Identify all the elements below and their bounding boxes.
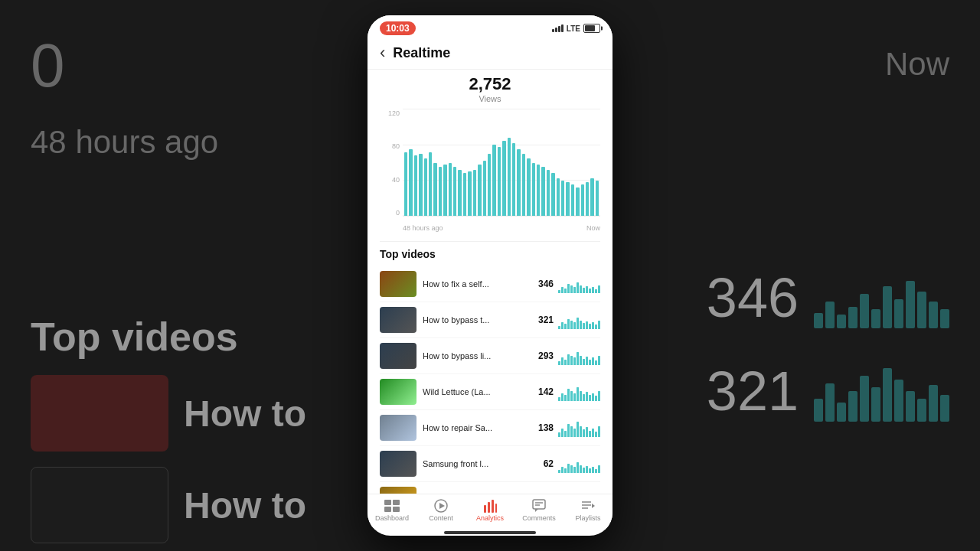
- signal-bar-1: [552, 29, 554, 32]
- signal-bars: [552, 24, 564, 32]
- svg-rect-12: [595, 289, 597, 293]
- svg-rect-120: [492, 500, 494, 513]
- chart-bar-22: [512, 143, 515, 216]
- svg-marker-129: [592, 504, 595, 508]
- video-row-0[interactable]: How to fix a self... 346: [380, 266, 600, 302]
- home-indicator: [444, 531, 536, 534]
- video-count-1: 321: [529, 315, 554, 325]
- bg-left: 0 48 hours ago Top videos How to How to …: [0, 0, 368, 551]
- svg-rect-55: [598, 391, 600, 401]
- video-row-6[interactable]: Brazing or solde... 62: [380, 482, 600, 494]
- bottom-nav: Dashboard Content Analytics: [368, 494, 612, 528]
- svg-rect-60: [570, 426, 573, 437]
- bg-title-2: How to: [184, 484, 306, 527]
- chart-bar-21: [508, 138, 511, 216]
- svg-rect-23: [586, 321, 588, 329]
- svg-rect-25: [592, 322, 594, 329]
- svg-rect-7: [580, 285, 582, 293]
- divider: [380, 241, 600, 242]
- svg-rect-59: [567, 424, 570, 437]
- bg-stat-346: 346: [707, 266, 799, 329]
- video-row-2[interactable]: How to bypass li... 293: [380, 338, 600, 374]
- x-label-start: 48 hours ago: [403, 224, 443, 232]
- nav-comments-label: Comments: [522, 514, 556, 522]
- svg-rect-83: [598, 465, 600, 473]
- chart-bar-17: [488, 154, 491, 216]
- back-button[interactable]: ‹: [380, 43, 385, 63]
- chart-bar-38: [590, 178, 593, 216]
- video-count-5: 62: [529, 458, 554, 469]
- svg-rect-69: [598, 426, 600, 437]
- svg-rect-112: [384, 500, 391, 505]
- chart-bar-2: [414, 155, 417, 216]
- bg-now: Now: [885, 46, 949, 83]
- svg-rect-61: [573, 429, 576, 437]
- svg-rect-58: [564, 431, 567, 437]
- bars-container: [403, 109, 600, 216]
- svg-rect-1: [561, 287, 564, 293]
- video-title-4: How to repair Sa...: [423, 423, 524, 432]
- video-title-0: How to fix a self...: [423, 279, 524, 289]
- nav-content[interactable]: Content: [416, 499, 466, 522]
- mini-chart-4: [558, 419, 600, 437]
- mini-chart-1: [558, 311, 600, 329]
- svg-rect-20: [577, 318, 579, 329]
- svg-rect-3: [567, 284, 570, 293]
- battery-fill: [585, 25, 595, 31]
- svg-rect-4: [570, 285, 573, 293]
- svg-rect-56: [558, 432, 560, 437]
- chart-bar-3: [419, 154, 422, 216]
- video-info-3: Wild Lettuce (La...: [423, 387, 524, 396]
- svg-rect-48: [577, 387, 579, 401]
- chart-wrapper: 120 80 40 0 48 hours ago: [380, 109, 600, 232]
- y-label-120: 120: [388, 109, 400, 117]
- chart-bar-15: [478, 165, 481, 216]
- chart-bar-25: [527, 158, 530, 216]
- bg-video-row-1: How to: [31, 375, 306, 452]
- y-label-0: 0: [396, 209, 400, 217]
- svg-rect-10: [589, 289, 591, 293]
- x-label-end: Now: [586, 224, 600, 232]
- video-row-3[interactable]: Wild Lettuce (La... 142: [380, 374, 600, 410]
- svg-rect-113: [393, 500, 400, 505]
- nav-dashboard[interactable]: Dashboard: [368, 499, 416, 522]
- app-header: ‹ Realtime: [368, 38, 612, 70]
- thumb-inner-2: [380, 343, 416, 369]
- nav-analytics[interactable]: Analytics: [466, 499, 514, 522]
- nav-playlists[interactable]: Playlists: [564, 499, 612, 522]
- chart-bar-10: [453, 167, 456, 216]
- svg-rect-2: [564, 289, 567, 293]
- dashboard-icon: [384, 499, 400, 513]
- svg-rect-119: [488, 502, 490, 513]
- nav-comments[interactable]: Comments: [514, 499, 564, 522]
- video-count-3: 142: [529, 386, 554, 397]
- chart-bar-9: [449, 163, 452, 217]
- video-row-1[interactable]: How to bypass t... 321: [380, 302, 600, 338]
- chart-bar-28: [541, 167, 544, 216]
- svg-rect-8: [583, 288, 585, 293]
- chart-bar-26: [532, 163, 535, 217]
- chart-inner: [403, 109, 600, 217]
- content-icon: [433, 499, 449, 513]
- lte-label: LTE: [567, 24, 580, 33]
- mini-chart-0: [558, 275, 600, 293]
- header-title: Realtime: [393, 45, 450, 61]
- views-label: Views: [380, 94, 600, 103]
- video-info-1: How to bypass t...: [423, 315, 524, 324]
- video-row-4[interactable]: How to repair Sa... 138: [380, 410, 600, 446]
- video-thumb-1: [380, 307, 416, 333]
- svg-rect-22: [583, 323, 585, 329]
- svg-rect-44: [564, 395, 567, 401]
- svg-rect-52: [589, 395, 591, 401]
- svg-rect-47: [573, 393, 576, 401]
- video-row-5[interactable]: Samsung front l... 62: [380, 446, 600, 482]
- nav-analytics-label: Analytics: [476, 514, 504, 522]
- svg-rect-39: [592, 357, 594, 365]
- mini-chart-5: [558, 455, 600, 473]
- video-info-0: How to fix a self...: [423, 279, 524, 289]
- videos-list: How to fix a self... 346 How to bypass t…: [380, 266, 600, 494]
- chart-bar-11: [458, 170, 461, 216]
- video-info-4: How to repair Sa...: [423, 423, 524, 432]
- video-count-2: 293: [529, 350, 554, 361]
- svg-marker-117: [439, 503, 445, 509]
